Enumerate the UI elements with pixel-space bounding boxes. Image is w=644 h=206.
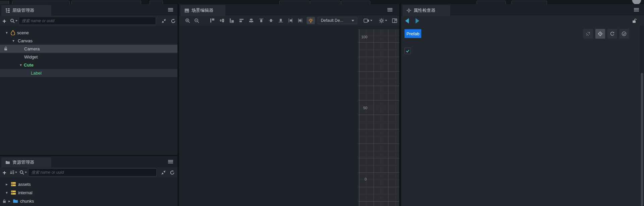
inspector-menu-icon[interactable] xyxy=(634,8,639,12)
tree-node-label: internal xyxy=(18,190,33,195)
folder-blue-icon xyxy=(13,199,18,203)
divider[interactable] xyxy=(0,155,177,156)
align-left-icon[interactable] xyxy=(237,18,247,23)
prefab-badge[interactable]: Prefab xyxy=(405,29,421,38)
inspector-tab-label: 属性检查器 xyxy=(414,7,435,13)
tab-inspector[interactable]: 属性检查器 xyxy=(402,5,450,16)
inspector-scrollbar-thumb[interactable] xyxy=(641,73,643,206)
assets-menu-icon[interactable] xyxy=(168,160,173,164)
scene-settings-dropdown[interactable] xyxy=(377,18,389,23)
tree-node-widget[interactable]: Widget xyxy=(0,53,177,61)
assets-add-button[interactable]: + xyxy=(0,169,9,176)
scene-menu-icon[interactable] xyxy=(387,8,392,12)
expand-arrow-icon[interactable]: ▾ xyxy=(5,31,9,35)
hierarchy-toolbar: + xyxy=(0,16,177,26)
scene-toolbar: Default De... xyxy=(179,16,399,25)
distribute-vcenter-icon[interactable] xyxy=(266,18,276,23)
tree-node-label-node[interactable]: Label xyxy=(0,69,177,77)
hierarchy-tabbar: 层级管理器 xyxy=(0,4,177,16)
database-icon xyxy=(11,182,16,187)
align-top-icon[interactable] xyxy=(207,18,217,23)
scene-tab-label: 场景编辑器 xyxy=(192,7,213,13)
zoom-out-icon[interactable] xyxy=(192,18,201,23)
distribute-hcenter-icon[interactable] xyxy=(296,18,305,23)
divider[interactable] xyxy=(399,4,401,206)
tab-assets[interactable]: 资源管理器 xyxy=(1,157,51,167)
inspector-gear-icon xyxy=(407,8,411,13)
tree-node-label: Canvas xyxy=(18,38,33,43)
prefab-locate-button[interactable] xyxy=(595,29,605,39)
hierarchy-tree-icon xyxy=(5,8,10,13)
collapse-all-icon[interactable] xyxy=(159,18,169,24)
tree-node-label: Label xyxy=(31,71,42,76)
hierarchy-panel: 层级管理器 + ▾ scene xyxy=(0,4,177,155)
scene-image-icon xyxy=(184,8,189,13)
scene-camera-dropdown[interactable] xyxy=(362,18,374,23)
database-icon xyxy=(11,190,16,195)
chevron-down-icon xyxy=(370,20,372,21)
assets-sort-icon[interactable] xyxy=(9,170,18,175)
inspector-nav-row xyxy=(401,16,644,26)
assets-refresh-icon[interactable] xyxy=(168,170,176,175)
align-hcenter-icon[interactable] xyxy=(247,18,256,23)
hierarchy-search-input[interactable] xyxy=(19,17,156,25)
inspector-tabbar: 属性检查器 xyxy=(401,4,644,16)
assets-search-input[interactable] xyxy=(28,168,157,176)
history-forward-icon[interactable] xyxy=(416,18,419,24)
assets-tab-label: 资源管理器 xyxy=(12,159,34,165)
expand-arrow-icon[interactable]: ▸ xyxy=(7,199,11,203)
gizmo-mode-dropdown[interactable]: Default De... xyxy=(318,17,357,24)
tree-node-cute[interactable]: ▾ Cute xyxy=(0,61,177,69)
assets-search-filter-icon[interactable] xyxy=(18,170,28,175)
ruler-label-0: 0 xyxy=(365,177,373,181)
distribute-top-icon[interactable] xyxy=(256,18,266,23)
align-bottom-icon[interactable] xyxy=(227,18,236,23)
tree-node-label: chunks xyxy=(20,199,34,204)
ruler-label-100: 100 xyxy=(361,35,369,39)
align-vcenter-icon[interactable] xyxy=(217,18,227,23)
history-back-icon[interactable] xyxy=(405,18,409,24)
assets-panel: 资源管理器 + ▸ xyxy=(0,156,177,206)
refresh-icon[interactable] xyxy=(169,18,177,24)
inspector-panel: 属性检查器 Prefab xyxy=(401,4,644,206)
divider[interactable] xyxy=(177,4,179,206)
tree-node-scene[interactable]: ▾ scene xyxy=(0,29,177,37)
ruler-label-50: 50 xyxy=(363,106,371,110)
tree-node-internal[interactable]: ▾ internal xyxy=(0,189,177,197)
hierarchy-add-button[interactable]: + xyxy=(0,18,9,24)
tree-node-label: Widget xyxy=(24,54,38,59)
hierarchy-tree: ▾ scene ▾ Canvas Camera Widget ▾ xyxy=(0,26,177,155)
prefab-unlink-button[interactable] xyxy=(583,29,593,39)
distribute-bottom-icon[interactable] xyxy=(276,18,285,23)
chevron-down-icon xyxy=(352,20,354,22)
gizmo-mode-value: Default De... xyxy=(321,18,343,23)
node-active-checkbox[interactable] xyxy=(405,48,411,54)
tree-node-label: assets xyxy=(18,182,31,187)
assets-collapse-all-icon[interactable] xyxy=(159,170,168,175)
hierarchy-search-filter-icon[interactable] xyxy=(9,18,19,23)
zoom-in-icon[interactable] xyxy=(183,18,192,23)
tab-hierarchy[interactable]: 层级管理器 xyxy=(1,5,51,16)
chevron-down-icon xyxy=(385,20,387,21)
prefab-reset-button[interactable] xyxy=(607,29,617,39)
tree-node-chunks[interactable]: ▸ chunks xyxy=(0,197,177,205)
assets-toolbar: + xyxy=(0,167,177,177)
prefab-apply-button[interactable] xyxy=(619,29,629,39)
distribute-left-icon[interactable] xyxy=(286,18,296,23)
inspector-scrollbar-track[interactable] xyxy=(640,26,644,206)
tree-node-canvas[interactable]: ▾ Canvas xyxy=(0,37,177,45)
expand-arrow-icon[interactable]: ▾ xyxy=(19,63,23,67)
expand-arrow-icon[interactable]: ▸ xyxy=(5,182,9,187)
scene-tabbar: 场景编辑器 xyxy=(179,4,399,16)
unlock-icon[interactable] xyxy=(4,47,8,51)
hierarchy-menu-icon[interactable] xyxy=(168,8,173,12)
tree-node-camera[interactable]: Camera xyxy=(0,45,177,53)
scene-layout-icon[interactable] xyxy=(390,18,399,23)
expand-arrow-icon[interactable]: ▾ xyxy=(11,39,15,43)
hierarchy-tab-label: 层级管理器 xyxy=(12,7,34,13)
tree-node-assets[interactable]: ▸ assets xyxy=(0,180,177,188)
expand-arrow-icon[interactable]: ▾ xyxy=(5,191,9,195)
inspector-unlock-icon[interactable] xyxy=(632,18,637,23)
tab-scene-editor[interactable]: 场景编辑器 xyxy=(180,5,225,16)
lamp-icon[interactable] xyxy=(307,17,315,24)
